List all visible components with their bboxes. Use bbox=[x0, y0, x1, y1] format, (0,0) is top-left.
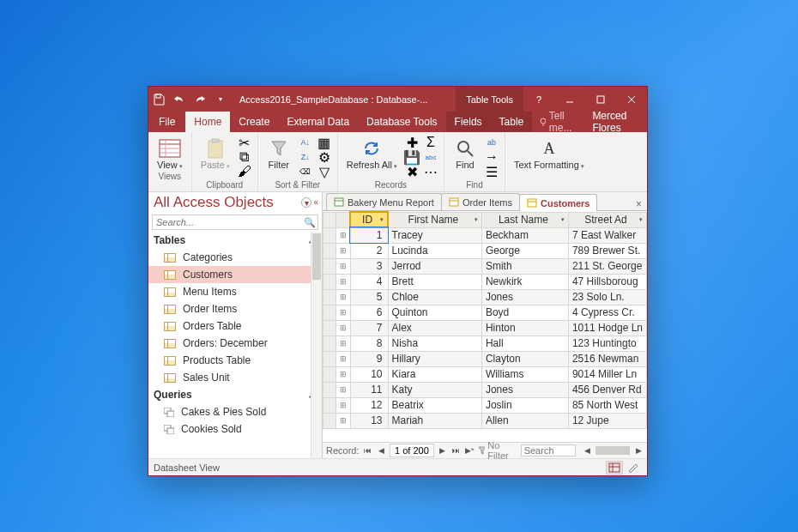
next-record-button[interactable]: ▶ bbox=[438, 446, 448, 455]
expand-row-icon[interactable]: ⊞ bbox=[336, 382, 350, 397]
cell-first-name[interactable]: Jerrod bbox=[388, 258, 481, 274]
table-row[interactable]: ⊞6QuintonBoyd4 Cypress Cr. bbox=[323, 305, 647, 320]
nav-item-cakes-pies-sold[interactable]: Cakes & Pies Sold bbox=[148, 403, 322, 420]
tell-me-search[interactable]: Tell me... bbox=[532, 112, 583, 132]
table-row[interactable]: ⊞4BrettNewkirk47 Hillsboroug bbox=[323, 274, 647, 289]
nav-item-orders-table[interactable]: Orders Table bbox=[148, 317, 322, 335]
replace-icon[interactable]: ab bbox=[484, 136, 499, 149]
row-selector[interactable] bbox=[323, 382, 336, 397]
minimize-button[interactable] bbox=[554, 87, 585, 112]
table-row[interactable]: ⊞1TraceyBeckham7 East Walker bbox=[323, 227, 647, 243]
nav-search-input[interactable] bbox=[153, 217, 302, 227]
nav-dropdown-icon[interactable]: ▾ bbox=[301, 197, 311, 208]
expand-row-icon[interactable]: ⊞ bbox=[336, 274, 350, 289]
expand-row-icon[interactable]: ⊞ bbox=[336, 397, 350, 413]
tab-database-tools[interactable]: Database Tools bbox=[358, 112, 446, 132]
cell-id[interactable]: 13 bbox=[350, 413, 388, 428]
row-selector-header[interactable] bbox=[323, 212, 336, 227]
cell-id[interactable]: 9 bbox=[350, 351, 388, 366]
datasheet-grid[interactable]: ID▾First Name▾Last Name▾Street Ad▾⊞1Trac… bbox=[323, 211, 647, 442]
cell-id[interactable]: 11 bbox=[350, 382, 388, 397]
table-row[interactable]: ⊞2LucindaGeorge789 Brewer St. bbox=[323, 243, 647, 258]
cell-first-name[interactable]: Alex bbox=[388, 320, 481, 336]
copy-icon[interactable]: ⧉ bbox=[237, 150, 252, 164]
cell-first-name[interactable]: Hillary bbox=[388, 351, 481, 366]
row-selector[interactable] bbox=[323, 227, 336, 243]
toggle-filter-icon[interactable]: ▽ bbox=[317, 165, 332, 178]
nav-section-queries[interactable]: Queries︽ bbox=[148, 386, 322, 403]
table-row[interactable]: ⊞12BeatrixJoslin85 North West bbox=[323, 397, 647, 413]
row-selector[interactable] bbox=[323, 258, 336, 274]
tab-fields[interactable]: Fields bbox=[446, 112, 491, 132]
table-row[interactable]: ⊞11KatyJones456 Denver Rd bbox=[323, 382, 647, 397]
cell-last-name[interactable]: Beckham bbox=[481, 227, 568, 243]
nav-pane-header[interactable]: All Access Objects ▾ « bbox=[148, 192, 322, 213]
save-record-icon[interactable]: 💾 bbox=[404, 150, 420, 164]
chevron-down-icon[interactable]: ▾ bbox=[380, 216, 384, 223]
table-row[interactable]: ⊞5ChloeJones23 Solo Ln. bbox=[323, 289, 647, 305]
cell-first-name[interactable]: Kiara bbox=[388, 366, 481, 382]
cell-id[interactable]: 1 bbox=[350, 227, 388, 243]
remove-sort-icon[interactable]: ⌫ bbox=[298, 165, 313, 178]
hscroll-thumb[interactable] bbox=[595, 446, 630, 455]
row-selector[interactable] bbox=[323, 243, 336, 258]
chevron-down-icon[interactable]: ▾ bbox=[561, 216, 565, 223]
cell-id[interactable]: 12 bbox=[350, 397, 388, 413]
undo-icon[interactable] bbox=[170, 90, 189, 109]
cell-street-address[interactable]: 1011 Hodge Ln bbox=[568, 320, 646, 336]
table-row[interactable]: ⊞3JerrodSmith211 St. George bbox=[323, 258, 647, 274]
new-record-nav-button[interactable]: ▶* bbox=[464, 446, 475, 455]
doc-tab-bakery-menu-report[interactable]: Bakery Menu Report bbox=[326, 193, 442, 210]
prev-record-button[interactable]: ◀ bbox=[376, 446, 386, 455]
column-header-id[interactable]: ID▾ bbox=[350, 212, 388, 227]
nav-section-tables[interactable]: Tables︽ bbox=[148, 232, 322, 249]
cell-last-name[interactable]: Hinton bbox=[481, 320, 568, 336]
cell-first-name[interactable]: Beatrix bbox=[388, 397, 481, 413]
select-icon[interactable]: ☰ bbox=[484, 165, 499, 178]
cell-last-name[interactable]: Jones bbox=[481, 289, 568, 305]
maximize-button[interactable] bbox=[585, 87, 616, 112]
cell-first-name[interactable]: Lucinda bbox=[388, 243, 481, 258]
close-button[interactable] bbox=[616, 87, 647, 112]
expand-row-icon[interactable]: ⊞ bbox=[336, 258, 350, 274]
expand-row-icon[interactable]: ⊞ bbox=[336, 289, 350, 305]
nav-item-menu-items[interactable]: Menu Items bbox=[148, 283, 322, 300]
cell-last-name[interactable]: Jones bbox=[481, 382, 568, 397]
cell-street-address[interactable]: 789 Brewer St. bbox=[568, 243, 646, 258]
column-header-first-name[interactable]: First Name▾ bbox=[388, 212, 481, 227]
row-selector[interactable] bbox=[323, 397, 336, 413]
cell-last-name[interactable]: George bbox=[481, 243, 568, 258]
qat-customize-icon[interactable]: ▾ bbox=[211, 90, 230, 109]
expand-row-icon[interactable]: ⊞ bbox=[336, 413, 350, 428]
cell-street-address[interactable]: 9014 Miller Ln bbox=[568, 366, 646, 382]
user-name[interactable]: Merced Flores bbox=[583, 112, 647, 132]
expand-row-icon[interactable]: ⊞ bbox=[336, 227, 350, 243]
expand-row-icon[interactable]: ⊞ bbox=[336, 243, 350, 258]
nav-collapse-icon[interactable]: « bbox=[313, 197, 318, 208]
cell-last-name[interactable]: Newkirk bbox=[481, 274, 568, 289]
row-selector[interactable] bbox=[323, 351, 336, 366]
paste-button[interactable]: Paste bbox=[197, 136, 233, 170]
last-record-button[interactable]: ⏭ bbox=[451, 446, 462, 455]
selection-filter-icon[interactable]: ▦ bbox=[317, 136, 332, 149]
cell-street-address[interactable]: 4 Cypress Cr. bbox=[568, 305, 646, 320]
save-icon[interactable] bbox=[149, 90, 168, 109]
cell-first-name[interactable]: Quinton bbox=[388, 305, 481, 320]
datasheet-view-button[interactable] bbox=[606, 461, 623, 475]
cell-first-name[interactable]: Mariah bbox=[388, 413, 481, 428]
record-search-input[interactable] bbox=[521, 444, 576, 456]
redo-icon[interactable] bbox=[190, 90, 209, 109]
cell-street-address[interactable]: 7 East Walker bbox=[568, 227, 646, 243]
expand-row-icon[interactable]: ⊞ bbox=[336, 351, 350, 366]
help-button[interactable]: ? bbox=[523, 87, 554, 112]
row-selector[interactable] bbox=[323, 274, 336, 289]
cell-first-name[interactable]: Katy bbox=[388, 382, 481, 397]
close-tab-icon[interactable]: × bbox=[631, 198, 647, 210]
tab-external-data[interactable]: External Data bbox=[278, 112, 358, 132]
tab-table[interactable]: Table bbox=[491, 112, 533, 132]
nav-item-order-items[interactable]: Order Items bbox=[148, 300, 322, 317]
cut-icon[interactable]: ✂ bbox=[237, 136, 252, 149]
cell-street-address[interactable]: 47 Hillsboroug bbox=[568, 274, 646, 289]
format-painter-icon[interactable]: 🖌 bbox=[237, 165, 252, 178]
first-record-button[interactable]: ⏮ bbox=[363, 446, 373, 455]
